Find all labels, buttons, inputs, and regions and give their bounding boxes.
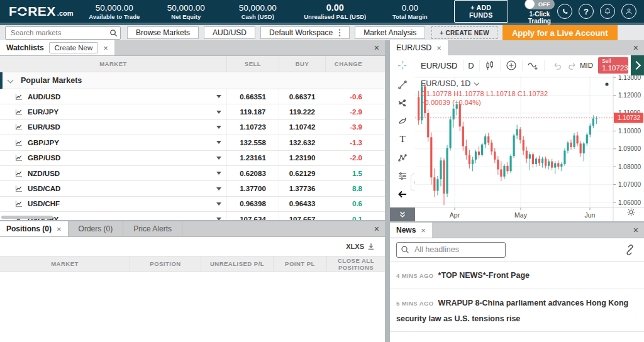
row-dropdown-icon[interactable] (216, 157, 221, 160)
buy-price-cell[interactable]: 1.37736 (279, 181, 325, 196)
candlestick-chart[interactable]: 1.130001.120001.110001.100001.090001.080… (415, 75, 644, 221)
headlines-search-input[interactable] (413, 243, 502, 256)
redo-icon[interactable] (567, 61, 577, 70)
sell-price-cell[interactable]: 132.558 (226, 135, 279, 150)
buy-price-cell[interactable]: 1.23190 (279, 151, 325, 165)
sell-button[interactable]: Sell 1.10723 (598, 57, 628, 74)
sell-price-cell[interactable]: 0.62083 (226, 166, 279, 180)
buy-button[interactable] (631, 55, 644, 75)
close-tab-icon[interactable]: × (436, 44, 441, 52)
phone-icon[interactable] (557, 4, 572, 19)
kebab-menu-icon[interactable] (338, 28, 341, 37)
close-tab-icon[interactable]: × (421, 226, 426, 234)
create-new-watchlist-button[interactable]: Create New (49, 42, 99, 53)
fibonacci-tool-icon[interactable] (390, 94, 415, 112)
buy-price-cell[interactable]: 132.632 (279, 135, 325, 150)
row-dropdown-icon[interactable] (216, 172, 221, 175)
crosshair-icon[interactable] (390, 55, 415, 75)
buy-price-cell[interactable]: 0.96433 (279, 197, 325, 211)
add-funds-button[interactable]: + ADD FUNDS (454, 0, 508, 23)
column-header-unrealised-p-l[interactable]: UNREALISED P/L (201, 256, 273, 271)
apply-live-account-button[interactable]: Apply for a Live Account (502, 25, 618, 40)
export-xlxs-button[interactable]: XLXS (346, 243, 364, 250)
link-icon[interactable] (625, 245, 635, 258)
chart-plot-area[interactable]: 1.130001.120001.110001.100001.090001.080… (415, 75, 644, 221)
tab-price-alerts[interactable]: Price Alerts (123, 221, 182, 236)
workspace-tab[interactable]: Market Analysis (355, 26, 425, 39)
sell-price-cell[interactable]: 1.23161 (226, 151, 279, 165)
watchlist-group-row[interactable]: Popular Markets (0, 72, 385, 89)
pattern-tool-icon[interactable] (390, 148, 415, 167)
watchlist-row[interactable]: EUR/USD 1.10723 1.10742 -3.9 (0, 120, 385, 135)
news-item[interactable]: 6 MINS AGO*TOP NEWS*-Global Markets (390, 332, 644, 342)
sell-price-cell[interactable]: 1.37700 (226, 181, 279, 196)
interval-button[interactable]: D (468, 61, 474, 70)
tab-orders[interactable]: Orders (0) (68, 221, 124, 236)
row-dropdown-icon[interactable] (216, 218, 221, 220)
forex-logo[interactable]: FOREX .com (9, 4, 83, 19)
row-dropdown-icon[interactable] (216, 126, 221, 129)
download-icon[interactable] (367, 243, 375, 250)
toggle-pill[interactable]: OFF (525, 0, 555, 9)
sell-price-cell[interactable]: 0.96398 (226, 197, 279, 211)
column-header-close-all-positions[interactable]: CLOSE ALL POSITIONS (326, 256, 385, 271)
close-tab-icon[interactable]: × (57, 225, 62, 233)
watchlist-row[interactable]: GBP/USD 1.23161 1.23190 -2.0 (0, 151, 385, 166)
sell-price-cell[interactable]: 1.10723 (226, 120, 279, 135)
watchlist-row[interactable]: GBP/JPY 132.558 132.632 -1.3 (0, 135, 385, 150)
row-dropdown-icon[interactable] (216, 111, 221, 114)
buy-price-cell[interactable]: 0.66371 (279, 89, 325, 104)
close-tab-icon[interactable]: × (103, 44, 108, 52)
buy-price-cell[interactable]: 0.62129 (279, 166, 325, 180)
compare-add-icon[interactable] (506, 60, 517, 71)
help-icon[interactable]: ? (579, 4, 594, 19)
sell-price-cell[interactable]: 119.187 (226, 104, 279, 119)
news-item[interactable]: 4 MINS AGO*TOP NEWS*-Front Page (390, 262, 644, 289)
brush-tool-icon[interactable] (390, 112, 415, 130)
sell-price-cell[interactable]: 107.634 (226, 212, 279, 220)
one-click-trading-toggle[interactable]: OFF 1-Click Trading (522, 0, 557, 25)
column-header-position[interactable]: POSITION (130, 256, 201, 271)
candlestick-style-icon[interactable] (484, 60, 495, 71)
workspace-tab[interactable]: Browse Markets (127, 26, 199, 39)
column-header-sell[interactable]: SELL (226, 56, 279, 72)
hide-toolbar-button[interactable] (390, 207, 415, 221)
column-header-market[interactable]: MARKET (0, 256, 130, 271)
text-tool-icon[interactable]: T (390, 130, 415, 148)
buy-price-cell[interactable]: 107.657 (279, 212, 325, 220)
watchlist-row[interactable]: EUR/JPY 119.187 119.222 -2.9 (0, 104, 385, 119)
column-header-market[interactable]: MARKET (0, 56, 226, 72)
buy-price-cell[interactable]: 1.10742 (279, 120, 325, 135)
row-dropdown-icon[interactable] (216, 141, 221, 144)
watchlist-row[interactable]: USD/CAD 1.37700 1.37736 8.8 (0, 181, 385, 196)
column-header-point-pl[interactable]: POINT PL (273, 256, 326, 271)
watchlist-row[interactable]: USD/CHF 0.96398 0.96433 0.6 (0, 197, 385, 212)
watchlist-row[interactable]: NZD/USD 0.62083 0.62129 1.5 (0, 166, 385, 181)
create-new-tab-button[interactable]: + CREATE NEW (431, 26, 497, 39)
row-dropdown-icon[interactable] (216, 202, 221, 206)
column-header-buy[interactable]: BUY (279, 56, 325, 72)
row-dropdown-icon[interactable] (216, 187, 221, 190)
notifications-icon[interactable] (600, 4, 615, 19)
news-item[interactable]: 5 MINS AGOWRAPUP 8-China parliament adva… (390, 289, 644, 333)
column-header-change[interactable]: CHANGE (325, 56, 385, 72)
search-input[interactable] (9, 27, 106, 39)
close-panel-icon[interactable]: × (633, 225, 638, 235)
market-search[interactable] (5, 26, 121, 40)
tab-eurusd-chart[interactable]: EUR/USD × (390, 40, 448, 55)
sell-price-cell[interactable]: 0.66351 (226, 89, 279, 104)
account-icon[interactable] (621, 4, 636, 19)
watchlist-row[interactable]: USD/JPY 107.634 107.657 0.1 (0, 212, 385, 220)
close-panel-icon[interactable]: × (633, 43, 638, 53)
trendline-tool-icon[interactable] (390, 75, 415, 94)
close-panel-icon[interactable]: × (374, 43, 379, 53)
chart-symbol[interactable]: EUR/USD (421, 61, 458, 70)
indicators-icon[interactable] (527, 60, 539, 71)
workspace-tab[interactable]: AUD/USD (204, 26, 255, 39)
horizontal-scrollbar[interactable] (1, 216, 53, 219)
workspace-tab[interactable]: Default Workspace (260, 26, 350, 39)
row-dropdown-icon[interactable] (216, 95, 221, 98)
undo-icon[interactable] (552, 61, 562, 70)
tab-watchlists[interactable]: Watchlists Create New × (0, 40, 114, 55)
chart-settings-gear-icon[interactable] (626, 207, 636, 219)
